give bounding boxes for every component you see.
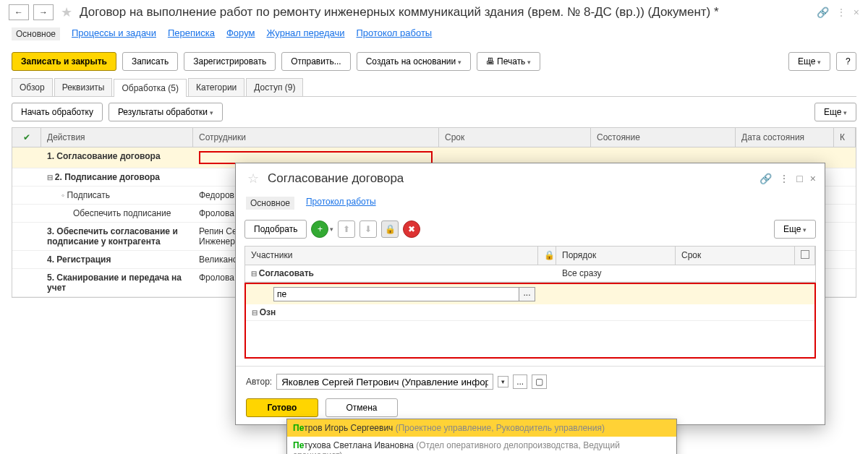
register-button[interactable]: Зарегистрировать [184,52,276,71]
more-button[interactable]: Еще [788,52,830,71]
col-k: К [834,128,856,147]
col-actions: Действия [41,128,193,147]
col-deadline: Срок [439,128,591,147]
nav-processes[interactable]: Процессы и задачи [72,27,156,40]
pick-button[interactable]: Подобрать [244,220,307,239]
save-close-button[interactable]: Записать и закрыть [12,52,116,71]
dialog-more-button[interactable]: Еще [774,220,816,239]
dcol-order: Порядок [556,247,676,265]
dcol-checkbox[interactable] [795,247,815,265]
start-processing-button[interactable]: Начать обработку [12,103,103,121]
group-approve[interactable]: Согласовать Все сразу [245,265,815,282]
back-button[interactable]: ← [9,4,29,20]
lock-icon[interactable]: 🔒 [381,220,399,238]
tab-categories[interactable]: Категории [188,78,244,96]
col-state-date: Дата состояния [736,128,834,147]
move-up-icon[interactable]: ⬆ [338,220,355,238]
dialog-close-icon[interactable]: × [810,173,816,184]
dialog-title: Согласование договора [268,171,754,186]
add-icon[interactable]: + [311,220,328,238]
page-title: Договор на выполнение работ по ремонту и… [80,5,812,20]
nav-main[interactable]: Основное [12,27,60,40]
tab-processing[interactable]: Обработка (5) [114,79,187,97]
participant-input[interactable] [273,287,519,298]
favorite-icon[interactable]: ★ [61,4,72,20]
dialog-maximize-icon[interactable]: □ [796,173,802,184]
dcol-participants: Участники [245,247,538,265]
tab-details[interactable]: Реквизиты [54,78,113,96]
col-employees: Сотрудники [193,128,439,147]
nav-links: Основное Процессы и задачи Переписка Фор… [0,25,868,48]
input-highlight-area: ... Озн Петров Игорь Сергеевич (Проектно… [244,283,816,298]
nav-forum[interactable]: Форум [226,27,255,40]
dialog-more-icon[interactable]: ⋮ [779,173,789,184]
dcol-lock-icon: 🔒 [538,247,556,265]
approval-dialog: ☆ Согласование договора 🔗 ⋮ □ × Основное… [235,163,825,298]
help-button[interactable]: ? [836,52,856,71]
col-state: Состояние [591,128,736,147]
tab-overview[interactable]: Обзор [12,78,53,96]
dialog-tab-protocol[interactable]: Протокол работы [306,197,376,210]
send-button[interactable]: Отправить... [281,52,351,71]
more-icon[interactable]: ⋮ [836,7,846,18]
close-icon[interactable]: × [854,7,859,18]
nav-correspondence[interactable]: Переписка [168,27,215,40]
tab-access[interactable]: Доступ (9) [246,78,303,96]
forward-button[interactable]: → [33,4,54,20]
dialog-tab-main[interactable]: Основное [246,197,294,210]
dialog-link-icon[interactable]: 🔗 [760,173,772,184]
sub-more-button[interactable]: Еще [814,103,856,121]
delete-icon[interactable]: ✖ [403,220,420,238]
dialog-favorite-icon[interactable]: ☆ [247,171,259,187]
processing-results-button[interactable]: Результаты обработки [109,103,223,121]
link-icon[interactable]: 🔗 [817,7,829,18]
move-down-icon[interactable]: ⬇ [359,220,377,238]
input-picker-button[interactable]: ... [519,287,535,298]
create-based-button[interactable]: Создать на основании [357,52,471,71]
print-button[interactable]: Печать [477,52,540,71]
col-check-icon [12,128,41,147]
nav-transfer-log[interactable]: Журнал передачи [266,27,344,40]
save-button[interactable]: Записать [122,52,178,71]
nav-protocol[interactable]: Протокол работы [357,27,433,40]
dcol-deadline: Срок [676,247,795,265]
